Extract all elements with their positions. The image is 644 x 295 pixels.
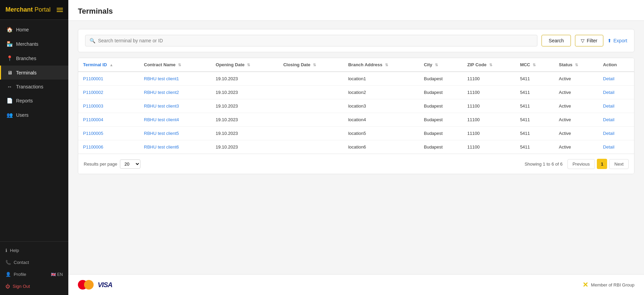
col-action: Action xyxy=(598,58,634,72)
pagination-bar: Results per page 20 50 100 Showing 1 to … xyxy=(78,154,634,174)
sidebar-item-label: Reports xyxy=(16,98,33,103)
cell-status: Active xyxy=(554,127,598,140)
table-header-row: Terminal ID ▲ Contract Name ⇅ Opening Da… xyxy=(78,58,634,72)
table-row: P1100002 RBHU test client2 19.10.2023 lo… xyxy=(78,86,634,99)
cell-zip-code: 11100 xyxy=(463,99,515,113)
cell-branch-address: location6 xyxy=(343,140,419,154)
sidebar-item-home[interactable]: 🏠 Home xyxy=(0,23,68,37)
col-branch-address[interactable]: Branch Address ⇅ xyxy=(343,58,419,72)
contact-icon: 📞 xyxy=(5,260,11,265)
sidebar-item-merchants[interactable]: 🏪 Merchants xyxy=(0,37,68,51)
sidebar-item-branches[interactable]: 📍 Branches xyxy=(0,51,68,66)
cell-branch-address: location5 xyxy=(343,127,419,140)
cell-branch-address: location4 xyxy=(343,113,419,127)
cell-action-detail[interactable]: Detail xyxy=(598,113,634,127)
filter-button[interactable]: ▽ Filter xyxy=(575,35,603,46)
cell-terminal-id: P1100001 xyxy=(78,72,139,86)
hamburger-icon[interactable] xyxy=(57,8,63,12)
sidebar-contact[interactable]: 📞 Contact xyxy=(0,256,68,268)
sidebar-item-label: Terminals xyxy=(16,70,37,75)
col-terminal-id[interactable]: Terminal ID ▲ xyxy=(78,58,139,72)
per-page-select[interactable]: 20 50 100 xyxy=(120,159,140,169)
cell-contract-name: RBHU test client1 xyxy=(139,72,211,86)
cell-closing-date xyxy=(278,127,343,140)
col-opening-date[interactable]: Opening Date ⇅ xyxy=(211,58,278,72)
results-per-page: Results per page 20 50 100 xyxy=(84,159,140,169)
export-button[interactable]: ⬆ Export xyxy=(607,38,627,43)
cell-opening-date: 19.10.2023 xyxy=(211,99,278,113)
table-row: P1100004 RBHU test client4 19.10.2023 lo… xyxy=(78,113,634,127)
cell-zip-code: 11100 xyxy=(463,140,515,154)
next-button[interactable]: Next xyxy=(609,159,629,169)
cell-contract-name: RBHU test client3 xyxy=(139,99,211,113)
sidebar-help[interactable]: ℹ Help xyxy=(0,244,68,256)
current-page[interactable]: 1 xyxy=(597,159,607,169)
cell-opening-date: 19.10.2023 xyxy=(211,140,278,154)
sidebar-sign-out[interactable]: ⏻ Sign Out xyxy=(0,280,68,292)
table-row: P1100006 RBHU test client6 19.10.2023 lo… xyxy=(78,140,634,154)
help-label: Help xyxy=(10,248,19,253)
search-input[interactable] xyxy=(98,38,533,43)
users-icon: 👥 xyxy=(6,112,13,118)
cell-action-detail[interactable]: Detail xyxy=(598,72,634,86)
search-input-wrap: 🔍 xyxy=(85,35,537,46)
page-header: Terminals xyxy=(68,0,644,21)
signout-icon: ⏻ xyxy=(5,284,10,289)
rbi-icon: ✕ xyxy=(583,281,588,289)
cell-contract-name: RBHU test client6 xyxy=(139,140,211,154)
sidebar-nav: 🏠 Home 🏪 Merchants 📍 Branches 🖥 Terminal… xyxy=(0,20,68,241)
footer: VISA ✕ Member of RBI Group xyxy=(68,274,644,295)
showing-text: Showing 1 to 6 of 6 xyxy=(524,161,562,167)
cell-city: Budapest xyxy=(419,72,463,86)
cell-closing-date xyxy=(278,140,343,154)
col-zip-code[interactable]: ZIP Code ⇅ xyxy=(463,58,515,72)
cell-branch-address: location3 xyxy=(343,99,419,113)
cell-action-detail[interactable]: Detail xyxy=(598,127,634,140)
sidebar-item-reports[interactable]: 📄 Reports xyxy=(0,94,68,108)
cell-status: Active xyxy=(554,86,598,99)
cell-mcc: 5411 xyxy=(515,127,554,140)
cell-branch-address: location2 xyxy=(343,86,419,99)
cell-contract-name: RBHU test client2 xyxy=(139,86,211,99)
pagination-right: Showing 1 to 6 of 6 Previous 1 Next xyxy=(524,159,629,169)
cell-closing-date xyxy=(278,86,343,99)
page-title: Terminals xyxy=(78,7,634,20)
sidebar-header: Merchant Portal xyxy=(0,0,68,20)
cell-zip-code: 11100 xyxy=(463,113,515,127)
prev-button[interactable]: Previous xyxy=(567,159,595,169)
profile-label: Profile xyxy=(14,272,26,277)
cell-action-detail[interactable]: Detail xyxy=(598,86,634,99)
col-city[interactable]: City ⇅ xyxy=(419,58,463,72)
filter-icon: ▽ xyxy=(581,38,585,43)
sidebar-item-users[interactable]: 👥 Users xyxy=(0,108,68,122)
reports-icon: 📄 xyxy=(6,98,13,104)
col-mcc[interactable]: MCC ⇅ xyxy=(515,58,554,72)
main-content: Terminals 🔍 Search ▽ Filter ⬆ Export xyxy=(68,0,644,295)
cell-opening-date: 19.10.2023 xyxy=(211,72,278,86)
cell-closing-date xyxy=(278,72,343,86)
export-label: Export xyxy=(614,38,627,43)
sidebar-profile[interactable]: 👤 Profile 🇬🇧 EN xyxy=(0,268,68,280)
merchants-icon: 🏪 xyxy=(6,41,13,47)
cell-opening-date: 19.10.2023 xyxy=(211,86,278,99)
branches-icon: 📍 xyxy=(6,55,13,61)
col-contract-name[interactable]: Contract Name ⇅ xyxy=(139,58,211,72)
table-row: P1100005 RBHU test client5 19.10.2023 lo… xyxy=(78,127,634,140)
terminals-icon: 🖥 xyxy=(6,70,13,75)
footer-right: ✕ Member of RBI Group xyxy=(583,281,634,289)
profile-icon: 👤 xyxy=(5,272,11,277)
cell-action-detail[interactable]: Detail xyxy=(598,99,634,113)
sidebar-item-terminals[interactable]: 🖥 Terminals xyxy=(0,66,68,80)
cell-city: Budapest xyxy=(419,99,463,113)
search-button[interactable]: Search xyxy=(542,35,571,46)
cell-action-detail[interactable]: Detail xyxy=(598,140,634,154)
sidebar-item-transactions[interactable]: ↔ Transactions xyxy=(0,80,68,94)
cell-branch-address: location1 xyxy=(343,72,419,86)
contact-label: Contact xyxy=(14,260,29,265)
col-status[interactable]: Status ⇅ xyxy=(554,58,598,72)
sidebar-item-label: Merchants xyxy=(16,41,38,47)
signout-label: Sign Out xyxy=(13,284,30,289)
col-closing-date[interactable]: Closing Date ⇅ xyxy=(278,58,343,72)
cell-zip-code: 11100 xyxy=(463,72,515,86)
content-area: 🔍 Search ▽ Filter ⬆ Export Terminal ID ▲… xyxy=(68,21,644,274)
